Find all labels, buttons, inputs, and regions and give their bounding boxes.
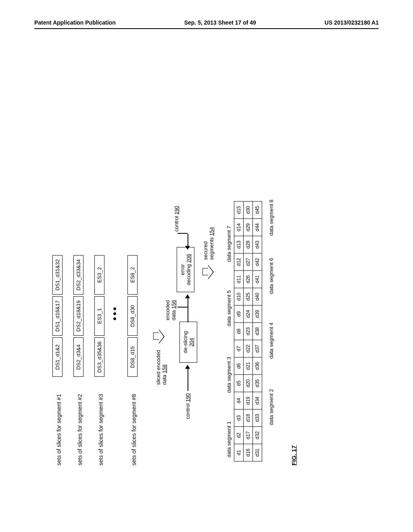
slices-label-3: sets of slices for segment #3: [98, 394, 104, 466]
header-left: Patent Application Publication: [34, 19, 116, 26]
slice-row-8: DS8_d15 DS8_d30 ES8_2: [127, 255, 138, 377]
header-center: Sep. 5, 2013 Sheet 17 of 49: [184, 19, 256, 26]
seg-label-7: data segment 7: [226, 226, 232, 262]
slice-cell: DS2_d18&19: [73, 296, 83, 336]
arrow-down-icon: [202, 264, 214, 280]
seg-label-8: data segment 8: [268, 200, 274, 236]
arrow-line: [188, 234, 188, 246]
figure-label: FIG. 17: [290, 445, 297, 466]
error-decoding-box: error decoding 206: [177, 247, 194, 292]
sliced-encoded-label: sliced encoded data 158: [155, 350, 167, 385]
slice-cell: DS8_d30: [127, 296, 138, 336]
ellipsis-icon: •••: [109, 305, 120, 320]
arrow-right-icon: [185, 365, 190, 369]
slice-row-1: DS1_d1&2 DS1_d16&17 DS1_d31&32: [52, 255, 63, 377]
arrow-left-icon: [185, 246, 190, 250]
control-left-label: control 190: [185, 393, 191, 419]
connector-line: [177, 307, 188, 308]
slice-cell: DS2_d3&4: [73, 337, 83, 377]
seg-label-1: data segment 1: [226, 421, 232, 457]
slice-cell: DS1_d31&32: [52, 255, 63, 295]
arrow-line: [188, 369, 188, 391]
slices-label-2: sets of slices for segment #2: [77, 394, 83, 466]
secured-segments-label: secured segments 154: [202, 227, 215, 260]
seg-label-5: data segment 5: [226, 290, 232, 326]
control-right-label: control 190: [173, 206, 179, 232]
connector-line: [177, 233, 188, 234]
arrow-line: [188, 298, 188, 322]
slice-cell: DS8_d15: [127, 337, 138, 377]
slice-cell: DS1_d16&17: [52, 296, 63, 336]
slice-row-2: DS2_d3&4 DS2_d18&19 DS2_d33&34: [73, 255, 83, 377]
encoded-data-label: encoded data 156: [165, 300, 177, 320]
seg-label-6: data segment 6: [268, 258, 274, 294]
slice-cell: DS2_d33&34: [73, 255, 83, 295]
slice-cell: DS3_d35&36: [94, 337, 104, 377]
seg-label-3: data segment 3: [226, 357, 232, 393]
segment-table: d1d2 d3d4 d5d6 d7d8 d9d10 d11d12 d13d14 …: [234, 201, 262, 461]
header-right: US 2013/0232180 A1: [325, 19, 379, 26]
page-header: Patent Application Publication Sep. 5, 2…: [0, 19, 413, 26]
slice-cell: DS1_d1&2: [52, 337, 63, 377]
deslicing-box: de-slicing204: [179, 322, 197, 363]
arrow-down-icon: [153, 328, 165, 345]
slices-label-8: sets of slices for segment #8: [131, 394, 137, 466]
slice-cell: ES3_2: [94, 255, 104, 295]
figure-17: sets of slices for segment #1 DS1_d1&2 D…: [8, 115, 403, 421]
slices-label-1: sets of slices for segment #1: [56, 394, 62, 466]
slice-cell: ES3_1: [94, 296, 104, 336]
seg-label-2: data segment 2: [268, 389, 274, 425]
seg-label-4: data segment 4: [268, 322, 274, 359]
slice-cell: ES8_2: [127, 255, 138, 295]
table-row: d16d17 d18d19 d20d21 d22d23 d24d25 d26d2…: [244, 202, 253, 461]
arrow-right-icon: [185, 294, 190, 298]
table-row: d31d32 d33d34 d35d36 d37d38 d39d40 d41d4…: [253, 202, 262, 461]
slice-row-3: DS3_d35&36 ES3_1 ES3_2: [94, 255, 104, 377]
table-row: d1d2 d3d4 d5d6 d7d8 d9d10 d11d12 d13d14 …: [234, 202, 244, 461]
header-rule: [34, 28, 379, 29]
